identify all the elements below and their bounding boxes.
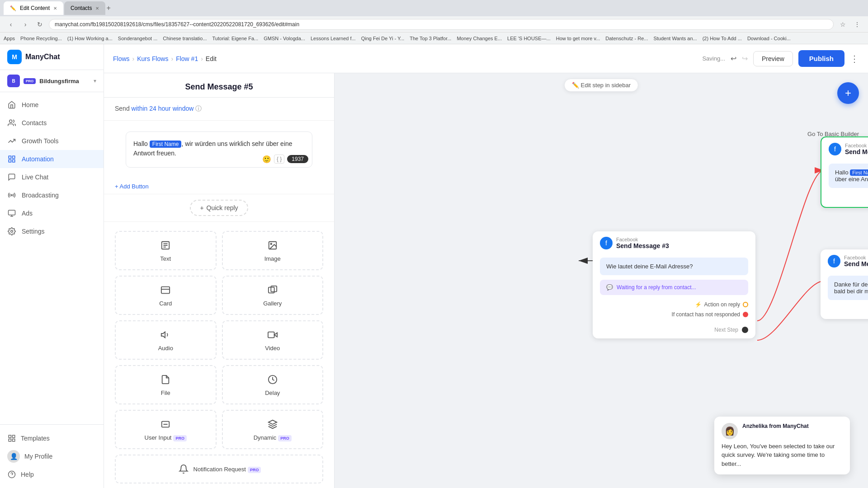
bookmark-8[interactable]: Qing Fei De Yi - Y... — [361, 36, 405, 41]
element-user-input[interactable]: User InputPRO — [115, 410, 217, 449]
sidebar-item-broadcasting[interactable]: Broadcasting — [0, 186, 104, 204]
go-to-basic-builder[interactable]: Go To Basic Builder — [807, 131, 859, 137]
breadcrumb-kurs-flows[interactable]: Kurs Flows — [137, 55, 168, 62]
message-box[interactable]: Hallo First Name, wir würden uns wirklic… — [126, 131, 312, 168]
tab-edit-content[interactable]: ✏️ Edit Content ✕ — [4, 1, 63, 15]
broadcasting-icon — [7, 191, 16, 200]
extensions-button[interactable]: ⋮ — [852, 19, 863, 30]
bookmark-16[interactable]: Download - Cooki... — [747, 36, 791, 41]
node3-message: Wie lautet deine E-Mail Adresse? — [600, 258, 748, 275]
first-name-tag: First Name — [150, 141, 182, 148]
bookmark-13[interactable]: Datenschutz - Re... — [605, 36, 648, 41]
element-file-label: File — [161, 389, 170, 396]
send-window-link[interactable]: within 24 hour window — [132, 105, 194, 112]
publish-button[interactable]: Publish — [798, 50, 844, 67]
file-icon — [159, 373, 172, 386]
sidebar-nav: Home Contacts Growth Tools Automation — [0, 92, 104, 424]
element-video[interactable]: Video — [222, 320, 324, 360]
breadcrumb-flows[interactable]: Flows — [113, 55, 130, 62]
element-audio-label: Audio — [158, 345, 173, 352]
address-bar[interactable]: manychat.com/fb198150208192618/cms/files… — [49, 19, 834, 30]
node4-next-step: Next Step — [821, 307, 868, 319]
bookmark-14[interactable]: Student Wants an... — [653, 36, 697, 41]
element-image[interactable]: Image — [222, 231, 324, 270]
logo-text: ManyChat — [25, 53, 60, 61]
workspace-selector[interactable]: B PRO Bildungsfirma ▾ — [0, 70, 104, 92]
node4-fb-icon: f — [828, 255, 840, 267]
profile-label: My Profile — [24, 453, 52, 460]
tab-close-edit[interactable]: ✕ — [53, 6, 57, 11]
sidebar-item-home[interactable]: Home — [0, 96, 104, 114]
sidebar-item-help[interactable]: Help — [7, 466, 96, 483]
flow-node-4[interactable]: f Facebook Send Message #4 + − Danke für… — [821, 249, 868, 319]
tab-close-contacts[interactable]: ✕ — [95, 6, 99, 11]
notification-icon — [177, 463, 190, 475]
element-text[interactable]: Text — [115, 231, 217, 270]
chat-identity: Anzhelika from ManyChat — [742, 423, 809, 429]
breadcrumb-flow1[interactable]: Flow #1 — [176, 55, 198, 62]
element-card[interactable]: Card — [115, 276, 217, 315]
bookmark-4[interactable]: Chinese translatio... — [163, 36, 207, 41]
forward-button[interactable]: › — [20, 19, 31, 30]
element-gallery[interactable]: Gallery — [222, 276, 324, 315]
bookmarks-bar: Apps Phone Recycling... (1) How Working … — [0, 33, 868, 44]
new-tab-button[interactable]: + — [106, 1, 110, 15]
sidebar-item-ads[interactable]: Ads — [0, 204, 104, 222]
settings-icon — [7, 227, 16, 236]
sidebar-item-growth-tools[interactable]: Growth Tools — [0, 132, 104, 150]
bookmark-3[interactable]: Sonderangebot ... — [118, 36, 157, 41]
element-file[interactable]: File — [115, 365, 217, 404]
sidebar-item-templates[interactable]: Templates — [7, 430, 96, 446]
bookmark-5[interactable]: Tutorial: Eigene Fa... — [212, 36, 259, 41]
node3-next-label: Next Step — [714, 327, 738, 333]
undo-button[interactable]: ↩ — [731, 54, 736, 63]
tab-contacts[interactable]: Contacts ✕ — [64, 1, 105, 15]
chat-header: 👩 Anzhelika from ManyChat — [722, 423, 843, 439]
variable-button[interactable]: { } — [274, 155, 284, 164]
node3-next-step: Next Step — [593, 327, 755, 338]
back-button[interactable]: ‹ — [5, 19, 16, 30]
more-options-button[interactable]: ⋮ — [850, 53, 859, 64]
sidebar-item-live-chat[interactable]: Live Chat — [0, 168, 104, 186]
chat-widget[interactable]: 👩 Anzhelika from ManyChat Hey Leon, You'… — [714, 417, 850, 475]
sidebar-ads-label: Ads — [22, 210, 33, 217]
element-delay-label: Delay — [265, 389, 280, 396]
bookmark-2[interactable]: (1) How Working a... — [67, 36, 113, 41]
element-dynamic[interactable]: DynamicPRO — [222, 410, 324, 449]
sidebar-item-settings[interactable]: Settings — [0, 222, 104, 240]
bookmark-apps[interactable]: Apps — [4, 36, 15, 41]
bookmark-15[interactable]: (2) How To Add ... — [703, 36, 742, 41]
flow-node-5[interactable]: ⚙ f Facebook Send Message #5 Hallo First… — [821, 136, 868, 208]
sidebar-item-my-profile[interactable]: 👤 My Profile — [7, 446, 96, 466]
redo-button[interactable]: ↪ — [742, 54, 748, 63]
quick-reply-button[interactable]: + Quick reply — [190, 200, 248, 216]
node3-next-dot[interactable] — [742, 327, 748, 333]
bookmark-7[interactable]: Lessons Learned f... — [311, 36, 356, 41]
element-notification-request[interactable]: Notification RequestPRO — [115, 455, 323, 483]
bookmark-12[interactable]: How to get more v... — [556, 36, 600, 41]
add-node-fab[interactable]: + — [837, 82, 859, 104]
sidebar-item-automation[interactable]: Automation — [0, 150, 104, 168]
flow-node-3[interactable]: f Facebook Send Message #3 Wie lautet de… — [593, 231, 755, 338]
element-delay[interactable]: Delay — [222, 365, 324, 404]
main-area: Send Message #5 Send within 24 hour wind… — [104, 73, 868, 488]
bookmark-11[interactable]: LEE 'S HOUSE—... — [507, 36, 551, 41]
bookmark-9[interactable]: The Top 3 Platfor... — [410, 36, 451, 41]
breadcrumb-sep3: › — [201, 55, 203, 62]
element-grid: Text Image Card — [104, 222, 334, 488]
bookmark-1[interactable]: Phone Recycling... — [20, 36, 62, 41]
node3-fb-icon: f — [600, 237, 613, 249]
sidebar-broadcasting-label: Broadcasting — [22, 192, 59, 199]
svg-point-5 — [11, 195, 13, 196]
preview-button[interactable]: Preview — [753, 51, 793, 66]
bookmark-6[interactable]: GMSN - Vologda... — [264, 36, 305, 41]
add-button-button[interactable]: + Add Button — [115, 183, 149, 190]
bookmark-10[interactable]: Money Changes E... — [457, 36, 502, 41]
refresh-button[interactable]: ↻ — [34, 19, 45, 30]
emoji-button[interactable]: 🙂 — [262, 155, 271, 164]
bookmark-button[interactable]: ☆ — [837, 19, 848, 30]
chat-message: Hey Leon, You've been selected to take o… — [722, 442, 843, 469]
sidebar-item-contacts[interactable]: Contacts — [0, 114, 104, 132]
contacts-icon — [7, 118, 16, 127]
element-audio[interactable]: Audio — [115, 320, 217, 360]
